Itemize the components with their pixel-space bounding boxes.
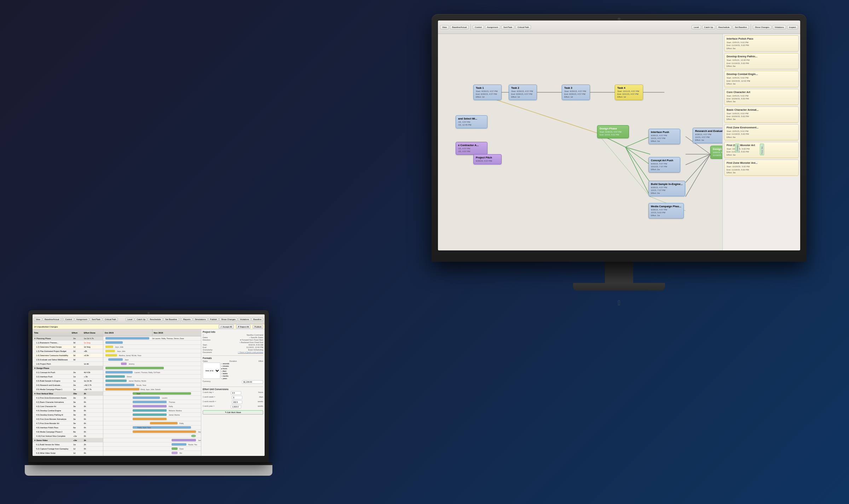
workday-input[interactable] (231, 391, 241, 395)
basic-char-anim-row[interactable]: 4.2) Basic Character Animations 3w 0h (33, 400, 103, 404)
lap-control-btn[interactable]: Control (63, 318, 74, 321)
task2-node[interactable]: Task 2 Start: 9/29/15, 4:57 PMEnd: 9/29/… (509, 85, 537, 100)
gantt-sidebar: Title Effort Effort Done ▼ Planning Phas… (33, 329, 103, 456)
brainstorm-bar-row (103, 341, 201, 345)
currency-input[interactable] (242, 380, 263, 384)
zone-monster-anim-row[interactable]: 4.6) First Zone Monster Animations 3w 0h (33, 417, 103, 421)
lap-set-baseline-btn[interactable]: Set Baseline (163, 318, 179, 321)
evaluate-node[interactable]: and Select Mi... /15, 4:57 PM/15, 12:45 … (456, 115, 487, 128)
lap-violations-btn[interactable]: Violations (238, 318, 251, 321)
contractor-node[interactable]: e Contractor A... /15, 4:57 PM/15, 4:57 … (456, 142, 487, 155)
first-zone-env-row[interactable]: 4.1) First Zone Environment Assets 2w 2h (33, 396, 103, 400)
enemy-pathing-card[interactable]: Develop Enemy Pathin... Start: 10/5/15, … (724, 53, 799, 69)
lap-show-changes-btn[interactable]: Show Changes (219, 318, 237, 321)
interface-polish-card[interactable]: Interface Polish Pass Start: 10/5/15, 5:… (724, 35, 799, 52)
publish-btn2[interactable]: Publish (253, 325, 263, 329)
control-btn[interactable]: Control (473, 25, 484, 29)
first-zone-env-card[interactable]: First Zone Environment... Start: 10/5/15… (724, 124, 799, 140)
catch-up-btn[interactable]: Catch Up (702, 25, 715, 29)
build-version-row[interactable]: 5.1) Build Version for Video 1w 2h (33, 442, 103, 447)
level-btn[interactable]: Level (692, 25, 701, 29)
project-pitch-node[interactable]: Project Pitch 9/28/15, 4:57 PM (473, 154, 502, 164)
task4-node[interactable]: Task 4 Start: 10/1/15, 4:57 PMEnd: 10/1/… (615, 85, 643, 100)
zma-bar-row (103, 417, 201, 421)
first-vertical-slice-section[interactable]: ▼ First Vertical Slice 33w 2h (33, 392, 103, 396)
assignment-btn[interactable]: Assignment (485, 25, 500, 29)
plan-budget-row[interactable]: 1.3) Plan Estimated Project Budget 2d +8… (33, 349, 103, 353)
lap-publish-btn[interactable]: Publish (208, 318, 219, 321)
basic-character-anim-card[interactable]: Basic Character Animat... Start: 10/5/15… (724, 106, 799, 123)
design-phase-row[interactable]: ▼ Design Phase (33, 366, 103, 370)
dv-section-bar (172, 439, 196, 441)
research-row[interactable]: 3.4) Research and Evaluate... 2w +4d 2.7… (33, 383, 103, 387)
doc-link[interactable]: □ Save a Quick Look preview (238, 351, 264, 353)
contractor-bar (105, 354, 117, 357)
dates-row: Dates ○ Specific Dates (203, 336, 263, 338)
determine-scope-row[interactable]: 1.2) Determine Project Scope 1d 1d 3org (33, 345, 103, 349)
lap-assignment-btn[interactable]: Assignment (75, 318, 89, 321)
first-zone-monster-anim-card[interactable]: First Zone Monster Ani... Start: 10/26/1… (724, 160, 799, 176)
planning-phase-row[interactable]: ▼ Planning Phase 2w 1w 2d 4.7h (33, 336, 103, 341)
accept-all-btn[interactable]: ✓ Accept All (219, 325, 234, 329)
sort-btn[interactable]: Sort/Task (501, 25, 514, 29)
lap-critical-path-btn[interactable]: Critical Path (103, 318, 118, 321)
vertical-slice-complete-row[interactable]: 4.10) First Vertical Slice Complete +2w … (33, 434, 103, 438)
combat-engine-card[interactable]: Develop Combat Engin... Start: 10/5/15, … (724, 71, 799, 87)
interface-push-node[interactable]: Interface Push 9/28/15, 4:57 PM10/15, 4:… (648, 129, 680, 144)
task1-node[interactable]: Task 1 Start: 9/29/15, 4:57 PMEnd: 9/29/… (473, 85, 502, 100)
combat-engine-row[interactable]: 4.4) Develop Combat Engine 3w 0h (33, 409, 103, 413)
set-baseline-btn[interactable]: Set Baseline (733, 25, 749, 29)
project-pitch-row[interactable]: 1.6) Project Pitch 1d dh (33, 362, 103, 366)
concept-art-push-node[interactable]: Concept Art Push 9/29/15, 4:57 PM10/1/15… (648, 157, 680, 173)
concept-art-row[interactable]: 3.1) Concept Art Push 2w 4d 4.5h (33, 370, 103, 375)
core-character-art-card[interactable]: Core Character Art Start: 10/5/15, 5:02 … (724, 89, 799, 105)
workyear-input[interactable] (231, 405, 241, 409)
lap-baseline-btn[interactable]: Baseline/Actual (43, 318, 61, 321)
view-btn[interactable]: View (440, 25, 449, 29)
lap-sims-btn[interactable]: Simulations (193, 318, 208, 321)
interface-push-row[interactable]: 3.2) Interface Push 1w +.5h (33, 375, 103, 379)
lap-baseline2-btn[interactable]: Baseline (252, 318, 263, 321)
lap-sort-btn[interactable]: Sort/Task (90, 318, 102, 321)
brainstorm-row[interactable]: 1.1) Brainstorm Themes... 3d 1e 3org (33, 341, 103, 345)
media-campaign2-row[interactable]: 4.9) Media Campaign Phase 2 8w 0h (33, 430, 103, 434)
edit-work-week-btn[interactable]: ✎ Edit Work Week (203, 410, 263, 415)
reject-all-btn[interactable]: ✗ Reject All (236, 325, 251, 329)
lap-view-btn[interactable]: View (34, 318, 42, 321)
core-char-art-row[interactable]: 4.3) Core Character Art 3w 0h (33, 404, 103, 409)
workweek-label: 1 work week = (203, 396, 215, 400)
workmonth-input[interactable] (232, 400, 242, 404)
lap-reschedule-btn[interactable]: Reschedule (148, 318, 163, 321)
critical-path-btn[interactable]: Critical Path (515, 25, 531, 29)
eval-middleware-row[interactable]: 1.5) Evaluate and Select Middleware 3d (33, 358, 103, 362)
workyear-unit: weeks (258, 405, 263, 409)
lap-catch-up-btn[interactable]: Catch Up (135, 318, 147, 321)
baseline-btn[interactable]: Baseline/Actual (450, 25, 469, 29)
interface-polish-row[interactable]: 4.8) Interface Polish Pass 6w 0h (33, 425, 103, 430)
lap-level-btn[interactable]: Level (126, 318, 134, 321)
contractor-avail-row[interactable]: 1.4) Determine Contractor Availability 3… (33, 353, 103, 358)
zone-monster-art-row[interactable]: 4.7) First Zone Monster Art 3w 0h (33, 421, 103, 425)
design-phase-node[interactable]: Design Phase Start: 9/28/15, 4:57 PMEnd:… (597, 125, 629, 138)
svg-line-7 (625, 147, 650, 165)
task3-node[interactable]: Task 3 Start: 9/29/15, 4:57 PMEnd: 9/29/… (562, 85, 590, 100)
enemy-pathing-row[interactable]: 4.5) Develop Enemy Pathing AI 3w 0h (33, 413, 103, 417)
media-campaign-row[interactable]: 3.5) Media Campaign Phase 1 1w +3d 7.7h (33, 387, 103, 392)
build-sample-row[interactable]: 3.3) Build Sample In-Engine 1w 1w 2d 2h (33, 379, 103, 383)
edit-footage-row[interactable]: 5.4) Edit Footage to Theme 2d 0h (33, 455, 103, 456)
write-script-row[interactable]: 5.3) Write Video Script 1d 0h (33, 451, 103, 455)
show-changes-btn[interactable]: Show Changes (753, 25, 772, 29)
inspect-btn[interactable]: Inspect (787, 25, 798, 29)
reschedule-btn[interactable]: Reschedule (716, 25, 732, 29)
capture-footage-row[interactable]: 5.2) Capture Footage from Gameplay 1d 0h (33, 447, 103, 451)
svg-line-12 (686, 154, 710, 165)
media-campaign-node[interactable]: Media Campaign Phas... 9/28/15, 4:57 PM1… (648, 203, 684, 219)
demo-video-section[interactable]: ▼ Demo Video +2w 2h (33, 438, 103, 442)
workweek-input[interactable] (232, 396, 242, 399)
time-of-day-select[interactable]: time of day (203, 363, 220, 379)
nov-header: Nov 2015 (152, 329, 201, 336)
violations-btn[interactable]: Violations (773, 25, 786, 29)
lap-reports-btn[interactable]: Reports (181, 318, 192, 321)
currency-row: Currency (203, 380, 263, 384)
build-sample-node[interactable]: Build Sample In-Engine... 9/28/15, 4:57 … (648, 181, 685, 196)
